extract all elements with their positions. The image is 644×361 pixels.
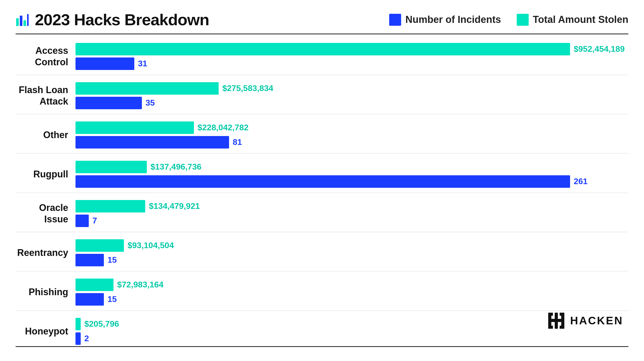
amount-bar-line-5: $93,104,504 xyxy=(75,239,628,252)
svg-rect-0 xyxy=(16,18,19,26)
chart-row: Phishing $72,983,164 15 xyxy=(16,274,628,311)
amount-bar-1 xyxy=(75,82,219,95)
amount-value-5: $93,104,504 xyxy=(128,241,174,250)
amount-bar-6 xyxy=(75,279,113,291)
amount-bar-line-6: $72,983,164 xyxy=(75,279,628,291)
page-container: 2023 Hacks Breakdown Number of Incidents… xyxy=(0,0,644,361)
incidents-bar-0 xyxy=(75,57,134,70)
incidents-bar-1 xyxy=(75,97,142,109)
row-label-7: Honeypot xyxy=(16,326,75,337)
amount-value-2: $228,042,782 xyxy=(198,123,249,132)
incidents-bar-line-7: 2 xyxy=(75,332,628,345)
incidents-value-6: 15 xyxy=(108,294,117,304)
bar-chart-icon xyxy=(16,13,29,27)
incidents-bar-line-1: 35 xyxy=(75,97,628,109)
svg-rect-1 xyxy=(20,16,22,26)
incidents-value-2: 81 xyxy=(233,137,242,147)
row-label-6: Phishing xyxy=(16,286,75,298)
chart-row: AccessControl $952,454,189 31 xyxy=(16,38,628,75)
legend-label-incidents: Number of Incidents xyxy=(405,14,501,25)
legend-box-stolen xyxy=(517,14,529,26)
amount-bar-7 xyxy=(75,318,81,330)
incidents-bar-line-2: 81 xyxy=(75,136,628,149)
chart-row: Reentrancy $93,104,504 15 xyxy=(16,235,628,272)
hacken-logo-icon xyxy=(547,312,565,330)
incidents-bar-line-6: 15 xyxy=(75,293,628,306)
incidents-bar-6 xyxy=(75,293,104,306)
row-label-5: Reentrancy xyxy=(16,247,75,258)
chart-row: Flash LoanAttack $275,583,834 35 xyxy=(16,78,628,114)
legend-item-incidents: Number of Incidents xyxy=(389,14,501,26)
bars-container-0: $952,454,189 31 xyxy=(75,43,628,70)
svg-rect-8 xyxy=(551,313,553,316)
amount-bar-2 xyxy=(75,121,194,134)
amount-bar-line-7: $205,796 xyxy=(75,318,628,330)
incidents-bar-line-5: 15 xyxy=(75,254,628,266)
svg-rect-2 xyxy=(23,20,26,26)
amount-value-3: $137,496,736 xyxy=(150,162,201,172)
amount-bar-0 xyxy=(75,43,570,55)
bars-container-5: $93,104,504 15 xyxy=(75,239,628,266)
incidents-bar-line-4: 7 xyxy=(75,215,628,227)
amount-bar-line-2: $228,042,782 xyxy=(75,121,628,134)
legend-label-stolen: Total Amount Stolen xyxy=(533,14,628,25)
chart-row: Oracle Issue $134,479,921 7 xyxy=(16,195,628,232)
amount-value-1: $275,583,834 xyxy=(222,83,273,93)
bars-container-4: $134,479,921 7 xyxy=(75,200,628,227)
bars-container-1: $275,583,834 35 xyxy=(75,82,628,109)
bars-container-3: $137,496,736 261 xyxy=(75,161,628,188)
incidents-value-3: 261 xyxy=(574,177,588,186)
row-label-3: Rugpull xyxy=(16,169,75,180)
incidents-bar-3 xyxy=(75,175,570,188)
footer-logo: HACKEN xyxy=(547,312,623,330)
bars-container-7: $205,796 2 xyxy=(75,318,628,345)
bottom-border xyxy=(16,346,628,347)
chart-area: AccessControl $952,454,189 31 Flash Loan… xyxy=(16,37,628,351)
amount-bar-line-4: $134,479,921 xyxy=(75,200,628,212)
header: 2023 Hacks Breakdown Number of Incidents… xyxy=(16,10,628,34)
amount-bar-4 xyxy=(75,200,145,212)
chart-row: Honeypot $205,796 2 xyxy=(16,313,628,350)
svg-rect-9 xyxy=(551,326,553,329)
svg-rect-10 xyxy=(560,313,561,316)
row-label-2: Other xyxy=(16,129,75,140)
amount-bar-line-1: $275,583,834 xyxy=(75,82,628,95)
title-group: 2023 Hacks Breakdown xyxy=(16,10,209,29)
incidents-value-1: 35 xyxy=(146,98,155,108)
incidents-value-7: 2 xyxy=(84,334,89,343)
hacken-logo-text: HACKEN xyxy=(570,314,623,327)
amount-bar-line-0: $952,454,189 xyxy=(75,43,628,55)
bars-container-6: $72,983,164 15 xyxy=(75,279,628,306)
amount-bar-5 xyxy=(75,239,124,252)
incidents-bar-line-0: 31 xyxy=(75,57,628,70)
legend: Number of Incidents Total Amount Stolen xyxy=(389,14,628,26)
incidents-bar-4 xyxy=(75,215,89,227)
incidents-bar-2 xyxy=(75,136,229,149)
amount-value-0: $952,454,189 xyxy=(574,44,625,54)
page-title: 2023 Hacks Breakdown xyxy=(35,10,209,29)
incidents-value-0: 31 xyxy=(138,59,147,68)
amount-value-7: $205,796 xyxy=(84,319,119,329)
bars-container-2: $228,042,782 81 xyxy=(75,121,628,149)
legend-item-stolen: Total Amount Stolen xyxy=(517,14,628,26)
row-label-4: Oracle Issue xyxy=(16,202,75,224)
svg-rect-3 xyxy=(27,14,29,26)
incidents-bar-5 xyxy=(75,254,104,266)
chart-row: Rugpull $137,496,736 261 xyxy=(16,156,628,193)
svg-rect-11 xyxy=(560,326,561,329)
incidents-bar-line-3: 261 xyxy=(75,175,628,188)
row-label-0: AccessControl xyxy=(16,45,75,67)
amount-value-4: $134,479,921 xyxy=(149,201,200,211)
amount-bar-3 xyxy=(75,161,147,173)
legend-box-incidents xyxy=(389,14,401,26)
amount-bar-line-3: $137,496,736 xyxy=(75,161,628,173)
incidents-value-4: 7 xyxy=(92,216,97,225)
chart-row: Other $228,042,782 81 xyxy=(16,117,628,154)
amount-value-6: $72,983,164 xyxy=(117,280,163,289)
svg-rect-7 xyxy=(548,319,564,322)
row-label-1: Flash LoanAttack xyxy=(16,84,75,107)
incidents-value-5: 15 xyxy=(108,255,117,265)
incidents-bar-7 xyxy=(75,332,81,345)
